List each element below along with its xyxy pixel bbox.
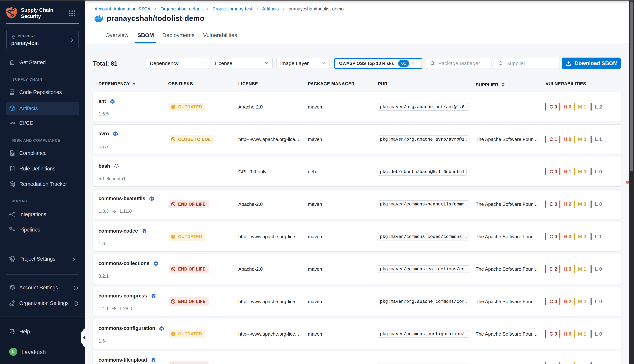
svg-text:?: ? [11, 329, 13, 332]
